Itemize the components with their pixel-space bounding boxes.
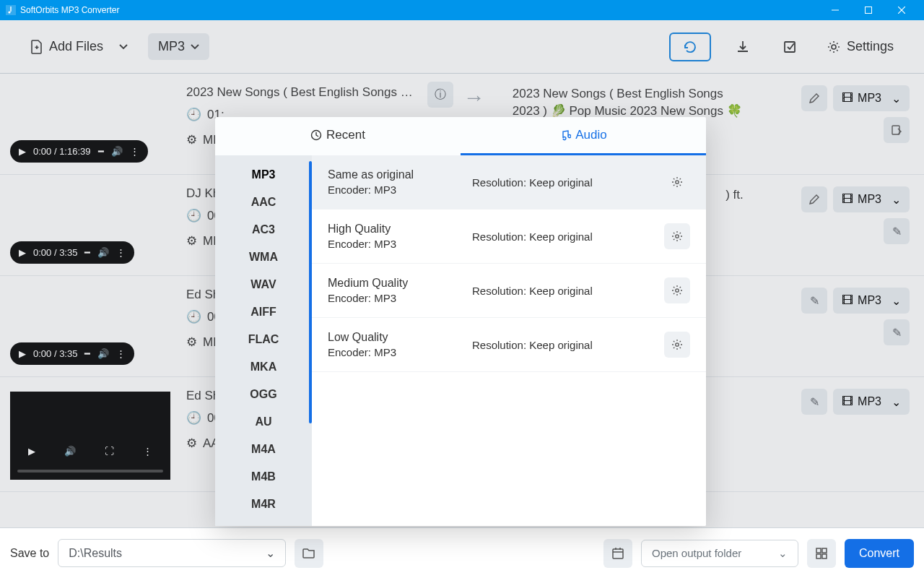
svg-rect-13	[822, 554, 827, 558]
format-item-mp3[interactable]: MP3	[215, 161, 312, 189]
preset-item[interactable]: High QualityEncoder: MP3 Resolution: Kee…	[312, 210, 706, 264]
svg-point-15	[676, 181, 679, 184]
format-item-mka[interactable]: MKA	[215, 353, 312, 381]
format-item-ogg[interactable]: OGG	[215, 381, 312, 408]
format-item-aiff[interactable]: AIFF	[215, 298, 312, 326]
preset-settings-button[interactable]	[664, 223, 690, 249]
preset-settings-button[interactable]	[664, 169, 690, 195]
format-item-aac[interactable]: AAC	[215, 189, 312, 216]
bottom-bar: Save to D:\Results⌄ Open output folder⌄ …	[0, 527, 924, 578]
preset-settings-button[interactable]	[664, 332, 690, 358]
svg-rect-12	[816, 554, 821, 558]
format-item-m4r[interactable]: M4R	[215, 491, 312, 518]
app-title: SoftOrbits MP3 Converter	[20, 5, 119, 15]
preset-list: Same as originalEncoder: MP3 Resolution:…	[312, 155, 706, 526]
svg-point-16	[676, 235, 679, 238]
music-icon	[559, 129, 571, 141]
chevron-down-icon: ⌄	[778, 547, 788, 560]
svg-rect-3	[866, 7, 872, 14]
format-item-flac[interactable]: FLAC	[215, 326, 312, 353]
clock-icon	[310, 129, 322, 141]
close-button[interactable]	[885, 0, 918, 20]
merge-button[interactable]	[807, 539, 836, 568]
format-item-wav[interactable]: WAV	[215, 271, 312, 298]
format-item-ac3[interactable]: AC3	[215, 216, 312, 243]
preset-item[interactable]: Medium QualityEncoder: MP3 Resolution: K…	[312, 264, 706, 318]
format-item-m4a[interactable]: M4A	[215, 436, 312, 463]
convert-button[interactable]: Convert	[845, 539, 914, 568]
preset-item[interactable]: Same as originalEncoder: MP3 Resolution:…	[312, 155, 706, 210]
tab-audio[interactable]: Audio	[461, 117, 706, 155]
format-modal: Recent Audio MP3 AAC AC3 WMA WAV AIFF FL…	[215, 117, 706, 526]
svg-rect-9	[613, 549, 623, 558]
svg-rect-10	[816, 548, 821, 553]
open-output-folder[interactable]: Open output folder⌄	[641, 540, 798, 567]
format-item-m4b[interactable]: M4B	[215, 463, 312, 491]
svg-point-1	[8, 11, 10, 13]
format-item-au[interactable]: AU	[215, 408, 312, 436]
app-icon	[6, 5, 16, 15]
svg-rect-11	[822, 548, 827, 553]
format-item-wma[interactable]: WMA	[215, 243, 312, 271]
preset-item[interactable]: Low QualityEncoder: MP3 Resolution: Keep…	[312, 318, 706, 372]
browse-folder-button[interactable]	[295, 539, 323, 568]
svg-point-18	[676, 343, 679, 346]
chevron-down-icon: ⌄	[266, 546, 275, 560]
preset-settings-button[interactable]	[664, 277, 690, 303]
title-bar: SoftOrbits MP3 Converter	[0, 0, 924, 20]
minimize-button[interactable]	[819, 0, 852, 20]
schedule-button[interactable]	[603, 539, 632, 568]
maximize-button[interactable]	[852, 0, 885, 20]
save-to-label: Save to	[10, 547, 49, 560]
svg-point-17	[676, 289, 679, 292]
output-path-selector[interactable]: D:\Results⌄	[58, 539, 286, 567]
tab-recent[interactable]: Recent	[215, 117, 461, 155]
format-list[interactable]: MP3 AAC AC3 WMA WAV AIFF FLAC MKA OGG AU…	[215, 155, 312, 526]
